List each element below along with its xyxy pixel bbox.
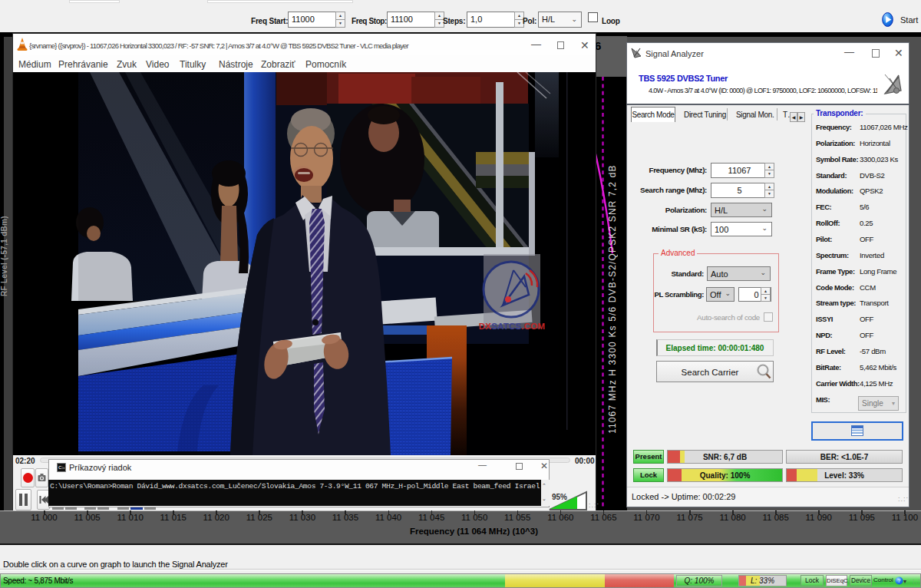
svg-text:?: ? — [898, 578, 901, 583]
svg-text:DXSATCS.COM: DXSATCS.COM — [479, 322, 545, 331]
